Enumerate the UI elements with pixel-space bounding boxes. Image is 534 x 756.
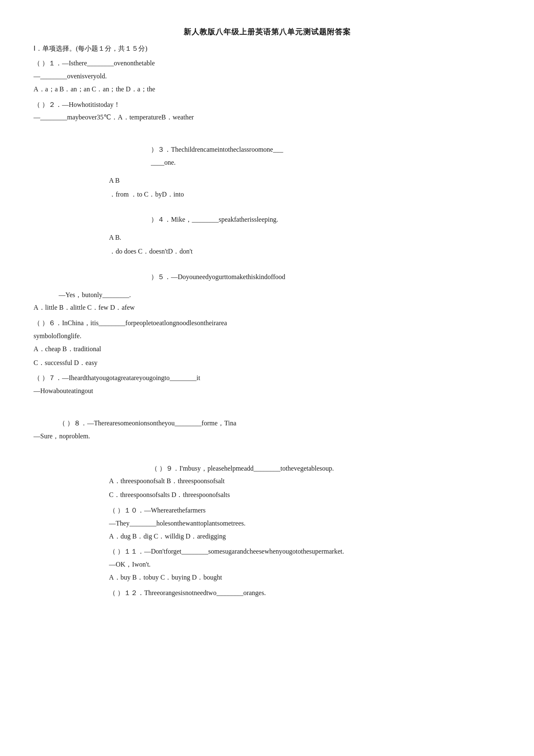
question-5: ）５．—Doyouneedyogurttomakethiskindoffood … — [34, 271, 500, 314]
spacer-q3 — [34, 170, 500, 175]
q6-line2: symboloflonglife. — [34, 330, 500, 342]
question-4: ）４．Mike，________speakfatherissleeping. A… — [34, 214, 500, 257]
question-10: （ ）１０．—Wherearethefarmers —They________h… — [34, 505, 500, 542]
spacer-q7 — [34, 401, 500, 417]
q2-line2: —________maybeover35℃．A．temperatureB．wea… — [34, 111, 500, 124]
spacer-after-q2 — [34, 127, 500, 144]
question-3: ）３．Thechildrencameintotheclassroomone___… — [34, 144, 500, 200]
q3-line2: ____one. — [151, 157, 500, 169]
q5-line1: ）５．—Doyouneedyogurttomakethiskindoffood — [151, 271, 500, 283]
spacer-q5 — [34, 284, 500, 289]
q7-line2: —Howabouteatingout — [34, 385, 500, 397]
page-container: 新人教版八年级上册英语第八单元测试题附答案 Ⅰ．单项选择。(每小题１分，共１５分… — [34, 25, 500, 599]
q10-line1: （ ）１０．—Wherearethefarmers — [109, 505, 500, 517]
spacer-q4 — [34, 227, 500, 232]
q3-line1: ）３．Thechildrencameintotheclassroomone___ — [151, 144, 500, 156]
question-9: （ ）９．I'mbusy，pleasehelpmeadd________toth… — [34, 463, 500, 501]
q3-opts: ．from ．to C．byD．into — [109, 189, 500, 201]
question-7: （ ）７．—Iheardthatyougotagreatareyougoingt… — [34, 372, 500, 397]
q4-opts: ．do does C．doesn'tD．don't — [109, 246, 500, 258]
q9-opt1: A．threespoonofsalt B．threespoonsofsalt — [109, 475, 500, 487]
q6-line1: （ ）６．InChina，itis________forpeopletoeatl… — [34, 317, 500, 329]
q1-line2: —________ovenisveryold. — [34, 70, 500, 83]
section1-header: Ⅰ．单项选择。(每小题１分，共１５分) — [34, 43, 500, 55]
q12-line1: （ ）１２．Threeorangesisnotneedtwo________or… — [109, 587, 500, 599]
q4-optAB: A B. — [109, 232, 500, 244]
q5-options: A．little B．alittle C．few D．afew — [34, 302, 500, 314]
question-1: （ ）１．—Isthere________ovenonthetable —___… — [34, 57, 500, 95]
q6-opt2: C．successful D．easy — [34, 357, 500, 369]
q1-text1: １．—Isthere________ovenonthetable — [49, 60, 155, 67]
q7-line1: （ ）７．—Iheardthatyougotagreatareyougoingt… — [34, 372, 500, 384]
q1-options: A．a；a B．an；an C．an；the D．a；the — [34, 83, 500, 96]
q9-line1: （ ）９．I'mbusy，pleasehelpmeadd________toth… — [151, 463, 500, 475]
q4-line1: ）４．Mike，________speakfatherissleeping. — [151, 214, 500, 226]
question-2: （ ）２．—Howhotitistoday！ —________maybeove… — [34, 99, 500, 124]
q9-opt2: C．threespoonsofsalts D．threespoonofsalts — [109, 489, 500, 501]
question-11: （ ）１１．—Don'tforget________somesugarandch… — [34, 546, 500, 583]
q2-line1: （ ）２．—Howhotitistoday！ — [34, 99, 500, 111]
question-12: （ ）１２．Threeorangesisnotneedtwo________or… — [34, 587, 500, 599]
q11-options: A．buy B．tobuy C．buying D．bought — [109, 572, 500, 584]
q11-line2: —OK，Iwon't. — [109, 559, 500, 571]
question-6: （ ）６．InChina，itis________forpeopletoeatl… — [34, 317, 500, 369]
q6-opt1: A．cheap B．traditional — [34, 343, 500, 355]
spacer-q8 — [34, 446, 500, 463]
q11-line1: （ ）１１．—Don'tforget________somesugarandch… — [109, 546, 500, 558]
question-8: （ ）８．—Therearesomeonionsontheyou________… — [34, 417, 500, 443]
spacer-q4-after — [34, 261, 500, 271]
q3-optAB: A B — [109, 175, 500, 187]
q8-line1: （ ）８．—Therearesomeonionsontheyou________… — [59, 417, 500, 430]
q8-line2: —Sure，noproblem. — [34, 430, 500, 443]
q5-line2: —Yes，butonly________. — [59, 289, 500, 301]
q1-bracket: （ ） — [34, 60, 49, 67]
q1-line1: （ ）１．—Isthere________ovenonthetable — [34, 57, 500, 70]
q10-line2: —They________holesonthewanttoplantsometr… — [109, 518, 500, 530]
page-title: 新人教版八年级上册英语第八单元测试题附答案 — [34, 25, 500, 39]
q10-options: A．dug B．dig C．willdig D．aredigging — [109, 531, 500, 543]
spacer-q3-after — [34, 204, 500, 214]
